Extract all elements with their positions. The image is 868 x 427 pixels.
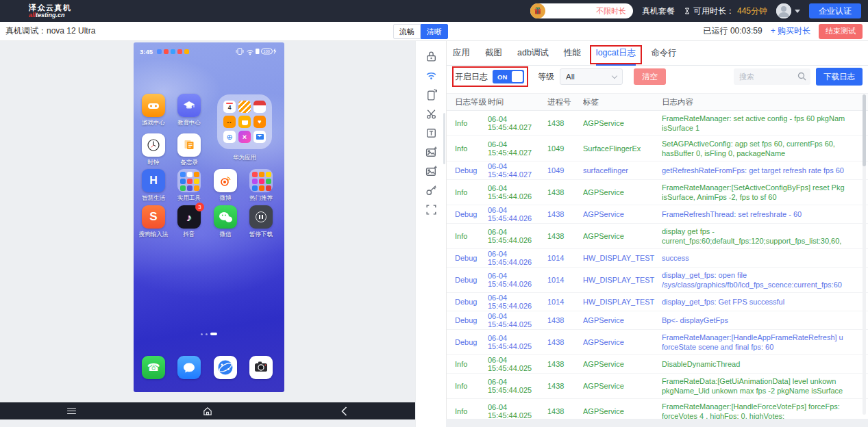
folder-huawei-apps[interactable]: 4 •• ♥ ⊕ × [217, 94, 272, 149]
log-time: 06-04 15:45:44.025 [488, 356, 547, 372]
dock-camera[interactable] [249, 356, 273, 379]
buy-time-link[interactable]: + 购买时长 [771, 25, 810, 37]
app-edu-center[interactable]: 教育中心 [177, 94, 201, 117]
level-select[interactable]: All [560, 68, 623, 85]
log-pid: 1438 [547, 119, 583, 127]
brand-logo[interactable]: 泽众云真机 alltesting.cn [29, 4, 72, 18]
status-time: 3:45 [140, 48, 153, 55]
search-icon[interactable] [797, 72, 806, 81]
tab-screenshot[interactable]: 截图 [485, 41, 502, 66]
log-tag: SurfaceFlingerEx [583, 144, 662, 153]
log-row: Debug 06-04 15:45:44.026 1438 AGPService… [447, 205, 868, 224]
log-level: Debug [447, 254, 488, 262]
lock-icon[interactable] [424, 50, 438, 63]
available-time: 可用时长： 445分钟 [684, 5, 767, 17]
runtime-text: 已运行 00:03:59 [704, 25, 762, 37]
gallery-icon[interactable] [424, 165, 438, 178]
log-row: Debug 06-04 15:45:44.026 1014 HW_DISPLAY… [447, 268, 868, 293]
log-toggle[interactable]: ON [493, 70, 524, 83]
app-paused-download[interactable]: 暂停下载 [249, 205, 273, 229]
browser-globe-icon [214, 356, 237, 379]
app-wechat[interactable]: 微信 [214, 205, 237, 229]
clear-button[interactable]: 清空 [634, 68, 666, 85]
log-level: Debug [447, 276, 488, 284]
tab-logcat[interactable]: logcat日志 [596, 41, 636, 66]
log-pid: 1049 [547, 144, 583, 153]
log-content: FrameRateManager:[HandleAppFrameRateRefr… [662, 333, 868, 352]
chevron-down-icon [612, 73, 617, 78]
key-icon[interactable] [424, 184, 438, 197]
log-pid: 1438 [547, 407, 583, 415]
fullscreen-icon[interactable] [424, 203, 438, 216]
app-game-center[interactable]: 游戏中心 [142, 94, 165, 117]
upload-image-icon[interactable] [424, 146, 438, 159]
notification-dot-icon [157, 49, 162, 54]
app-weibo[interactable]: 微博 [214, 169, 237, 192]
app-sogou[interactable]: S 搜狗输入法 [142, 205, 165, 229]
recent-apps-button[interactable] [67, 408, 76, 415]
log-time: 06-04 15:45:44.026 [488, 250, 547, 266]
enterprise-auth-button[interactable]: 企业认证 [809, 3, 861, 18]
log-level: Info [447, 407, 488, 415]
folder-hot[interactable]: 热门推荐 [249, 169, 273, 192]
toolbar-scrollbar[interactable] [443, 113, 445, 164]
dock-phone[interactable]: ☎ [142, 356, 165, 379]
back-button[interactable] [341, 406, 347, 416]
log-time: 06-04 15:45:44.026 [488, 206, 547, 222]
phone-screen[interactable]: 3:45 [134, 42, 284, 392]
log-level: Info [447, 188, 488, 196]
app-clock[interactable]: 时钟 [142, 133, 165, 157]
log-tag: AGPService [583, 382, 662, 390]
log-scrollbar [863, 94, 866, 415]
device-title: 真机调试：nova 12 Ultra [5, 25, 95, 37]
available-time-value: 445分钟 [737, 5, 767, 17]
quality-smooth-button[interactable]: 流畅 [393, 24, 421, 39]
log-time: 06-04 15:45:44.025 [488, 403, 547, 419]
user-menu[interactable] [776, 3, 800, 18]
toggle-knob [512, 71, 523, 82]
avatar [776, 3, 791, 18]
home-button[interactable] [203, 406, 213, 416]
log-scrollbar-thumb[interactable] [863, 94, 866, 166]
brand-subtitle: alltesting.cn [29, 12, 72, 18]
app-memo[interactable]: 备忘录 [177, 133, 201, 157]
scissors-icon[interactable] [424, 107, 438, 120]
vibrate-icon [236, 49, 243, 55]
header-actions: 不限时长 真机套餐 可用时长： 445分钟 企业认证 [530, 0, 861, 22]
download-log-button[interactable]: 下载日志 [816, 68, 863, 86]
tab-adb-debug[interactable]: adb调试 [517, 41, 549, 66]
log-controls: 开启日志 ON 等级 All 清空 下载日志 [447, 66, 868, 88]
text-input-icon[interactable] [424, 127, 438, 140]
rotate-screen-icon[interactable] [424, 88, 438, 101]
notification-dot-icon [184, 49, 189, 54]
log-level: Info [447, 232, 488, 240]
wifi-icon[interactable] [424, 69, 438, 82]
quality-hd-button[interactable]: 清晰 [421, 24, 448, 39]
log-row: Debug 06-04 15:45:44.026 1014 HW_DISPLAY… [447, 249, 868, 268]
folder-tools[interactable]: 实用工具 [177, 169, 201, 192]
status-right-icons: 100 [236, 47, 278, 55]
app-smart-life[interactable]: H 智慧生活 [142, 169, 165, 192]
app-douyin[interactable]: ♪ 3 抖音 [177, 205, 201, 229]
phone-nav-bar [0, 402, 415, 419]
dock-browser[interactable] [214, 356, 237, 379]
notification-dot-icon [171, 49, 175, 54]
globe-app-icon: ⊕ [223, 131, 236, 143]
end-test-button[interactable]: 结束测试 [819, 24, 863, 39]
quality-switch: 流畅 清晰 [393, 24, 448, 39]
promo-pill[interactable]: 不限时长 [530, 3, 633, 18]
pause-icon [249, 205, 273, 229]
tab-performance[interactable]: 性能 [564, 41, 581, 66]
log-content: SetAGPActiveConfig: agp set fps 60, curr… [662, 139, 868, 158]
tab-command-line[interactable]: 命令行 [651, 41, 677, 66]
log-tag: AGPService [583, 360, 662, 368]
package-link[interactable]: 真机套餐 [642, 5, 675, 17]
battery-icon [256, 49, 260, 54]
log-content: display_get_fps: open file/sys/class/gra… [662, 270, 868, 289]
calendar-icon: 4 [223, 101, 236, 113]
gift-icon [530, 3, 545, 18]
log-pid: 1438 [547, 382, 583, 390]
douyin-icon: ♪ 3 [177, 205, 201, 229]
dock-messages[interactable] [177, 356, 201, 379]
tab-apps[interactable]: 应用 [453, 41, 470, 66]
